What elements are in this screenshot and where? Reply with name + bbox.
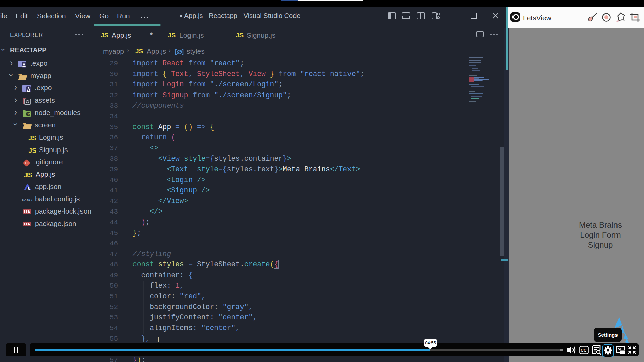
svg-text:JS: JS xyxy=(27,113,31,116)
svg-text:CC: CC xyxy=(581,348,587,353)
